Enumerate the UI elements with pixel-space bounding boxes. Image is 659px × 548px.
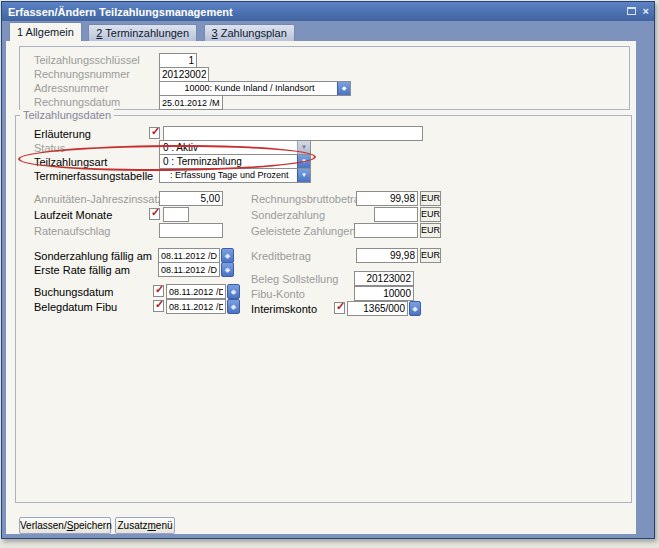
status-label: Status bbox=[34, 142, 65, 155]
adressnummer-value: 10000: Kunde Inland / Inlandsort bbox=[163, 82, 336, 95]
rechnungsnummer-field[interactable] bbox=[159, 67, 209, 82]
interimskonto-label: Interimskonto bbox=[251, 303, 317, 316]
status-value: 0 : Aktiv bbox=[163, 141, 296, 154]
dropdown-arrow-icon: ▼ bbox=[297, 141, 310, 154]
belegdatum-fibu-label: Belegdatum Fibu bbox=[34, 301, 117, 314]
beleg-sollstellung-label: Beleg Sollstellung bbox=[251, 273, 338, 286]
rechnungsdatum-field[interactable] bbox=[159, 95, 223, 110]
tab-allgemein[interactable]: 1 Allgemein bbox=[9, 22, 82, 41]
spinner-icon[interactable]: ◆ bbox=[227, 299, 240, 314]
window-content: 1 Allgemein 2 Terminzahlungen 3 Zahlungs… bbox=[6, 21, 636, 534]
button-mnemonic: m bbox=[147, 520, 155, 531]
kreditbetrag-field[interactable] bbox=[356, 248, 418, 263]
buchungsdatum-checkbox[interactable]: ✓ bbox=[153, 285, 164, 297]
geleistete-zahlungen-label: Geleistete Zahlungen bbox=[251, 225, 356, 238]
spinner-icon[interactable]: ◆ bbox=[221, 262, 234, 277]
button-text: Zusatz bbox=[117, 520, 147, 531]
tab-label: Allgemein bbox=[23, 26, 74, 38]
rechnungsnummer-label: Rechnungsnummer bbox=[34, 68, 130, 81]
restore-glyph bbox=[627, 7, 636, 15]
sonderzahlung-faellig-am-field[interactable] bbox=[158, 248, 220, 263]
kreditbetrag-label: Kreditbetrag bbox=[251, 250, 311, 263]
button-text: peichern bbox=[73, 520, 111, 531]
buchungsdatum-field[interactable] bbox=[166, 284, 226, 299]
erste-rate-faellig-am-label: Erste Rate fällig am bbox=[34, 264, 130, 277]
buchungsdatum-label: Buchungsdatum bbox=[34, 286, 114, 299]
erlaeuterung-checkbox[interactable]: ✓ bbox=[149, 127, 160, 139]
belegdatum-fibu-checkbox[interactable]: ✓ bbox=[153, 300, 164, 312]
ratenaufschlag-field[interactable] bbox=[159, 223, 223, 238]
dialog-window: Erfassen/Ändern Teilzahlungsmanagement ×… bbox=[1, 1, 655, 539]
ratenaufschlag-label: Ratenaufschlag bbox=[34, 225, 110, 238]
dropdown-arrow-icon[interactable]: ▼ bbox=[297, 169, 310, 182]
verlassen-speichern-button[interactable]: Verlassen/Speichern bbox=[19, 517, 111, 534]
erlaeuterung-label: Erläuterung bbox=[34, 128, 91, 141]
check-icon: ✓ bbox=[336, 300, 345, 313]
rechnungsdatum-label: Rechnungsdatum bbox=[34, 96, 120, 109]
sonderzahlung-faellig-am-label: Sonderzahlung fällig am bbox=[34, 250, 152, 263]
rechnungsbruttobetrag-unit: EUR bbox=[420, 191, 441, 206]
window-controls: × bbox=[627, 6, 649, 17]
rechnungsbruttobetrag-label: Rechnungsbruttobetrag bbox=[251, 193, 366, 206]
geleistete-zahlungen-field[interactable] bbox=[354, 223, 418, 238]
spinner-icon[interactable]: ◆ bbox=[409, 301, 421, 316]
restore-icon[interactable] bbox=[627, 6, 636, 17]
check-icon: ✓ bbox=[155, 283, 164, 296]
belegdatum-fibu-field[interactable] bbox=[166, 299, 226, 314]
button-text: enü bbox=[156, 520, 173, 531]
laufzeit-monate-label: Laufzeit Monate bbox=[34, 209, 112, 222]
spinner-icon[interactable]: ◆ bbox=[337, 82, 350, 95]
terminerfassungstabelle-value: : Erfassung Tage und Prozent bbox=[170, 169, 296, 182]
tab-page-allgemein: Teilzahlungsschlüssel Rechnungsnummer Ad… bbox=[6, 41, 636, 534]
fibu-konto-field[interactable] bbox=[354, 286, 414, 301]
teilzahlungsschluessel-label: Teilzahlungsschlüssel bbox=[34, 54, 140, 67]
annuitaeten-jahreszinssatz-field[interactable] bbox=[159, 191, 223, 206]
status-combo[interactable]: 0 : Aktiv ▼ bbox=[159, 140, 311, 155]
annuitaeten-jahreszinssatz-label: Annuitäten-Jahreszinssatz bbox=[34, 193, 163, 206]
fibu-konto-label: Fibu-Konto bbox=[251, 288, 305, 301]
laufzeit-monate-field[interactable] bbox=[163, 207, 189, 222]
teilzahlungsart-combo[interactable]: 0 : Terminzahlung ▼ bbox=[159, 154, 311, 169]
zusatzmenu-button[interactable]: Zusatzmenü bbox=[115, 517, 175, 534]
check-icon: ✓ bbox=[151, 206, 160, 219]
geleistete-zahlungen-unit: EUR bbox=[420, 223, 441, 238]
tab-terminzahlungen[interactable]: 2 Terminzahlungen bbox=[88, 24, 197, 41]
interimskonto-checkbox[interactable]: ✓ bbox=[334, 302, 345, 314]
teilzahlungsart-label: Teilzahlungsart bbox=[34, 156, 107, 169]
teilzahlungsart-value: 0 : Terminzahlung bbox=[163, 155, 296, 168]
tab-zahlungsplan[interactable]: 3 Zahlungsplan bbox=[204, 24, 295, 41]
terminerfassungstabelle-label: Terminerfassungstabelle bbox=[34, 170, 153, 183]
beleg-sollstellung-field[interactable] bbox=[354, 271, 414, 286]
button-text: Verlassen/ bbox=[20, 520, 67, 531]
teilzahlungsschluessel-field[interactable] bbox=[159, 53, 197, 68]
terminerfassungstabelle-combo[interactable]: : Erfassung Tage und Prozent ▼ bbox=[159, 168, 311, 183]
spinner-icon[interactable]: ◆ bbox=[227, 284, 240, 299]
erlaeuterung-field[interactable] bbox=[163, 126, 423, 141]
teilzahlungsdaten-legend: Teilzahlungsdaten bbox=[20, 109, 114, 121]
kreditbetrag-unit: EUR bbox=[420, 248, 441, 263]
tab-label: Zahlungsplan bbox=[218, 27, 287, 39]
erste-rate-faellig-am-field[interactable] bbox=[158, 262, 220, 277]
laufzeit-monate-checkbox[interactable]: ✓ bbox=[149, 208, 160, 220]
check-icon: ✓ bbox=[151, 125, 160, 138]
adressnummer-combo[interactable]: 10000: Kunde Inland / Inlandsort ◆ bbox=[159, 81, 351, 96]
sonderzahlung-field[interactable] bbox=[374, 207, 418, 222]
close-icon[interactable]: × bbox=[643, 6, 649, 17]
spinner-icon[interactable]: ◆ bbox=[221, 248, 234, 263]
window-title: Erfassen/Ändern Teilzahlungsmanagement bbox=[8, 6, 233, 18]
adressnummer-label: Adressnummer bbox=[34, 82, 109, 95]
rechnungsbruttobetrag-field[interactable] bbox=[356, 191, 418, 206]
sonderzahlung-unit: EUR bbox=[420, 207, 441, 222]
dropdown-arrow-icon[interactable]: ▼ bbox=[297, 155, 310, 168]
tab-strip: 1 Allgemein 2 Terminzahlungen 3 Zahlungs… bbox=[6, 21, 636, 41]
interimskonto-field[interactable] bbox=[347, 301, 408, 316]
check-icon: ✓ bbox=[155, 298, 164, 311]
title-bar: Erfassen/Ändern Teilzahlungsmanagement × bbox=[2, 2, 654, 21]
sonderzahlung-label: Sonderzahlung bbox=[251, 209, 325, 222]
tab-label: Terminzahlungen bbox=[102, 27, 189, 39]
